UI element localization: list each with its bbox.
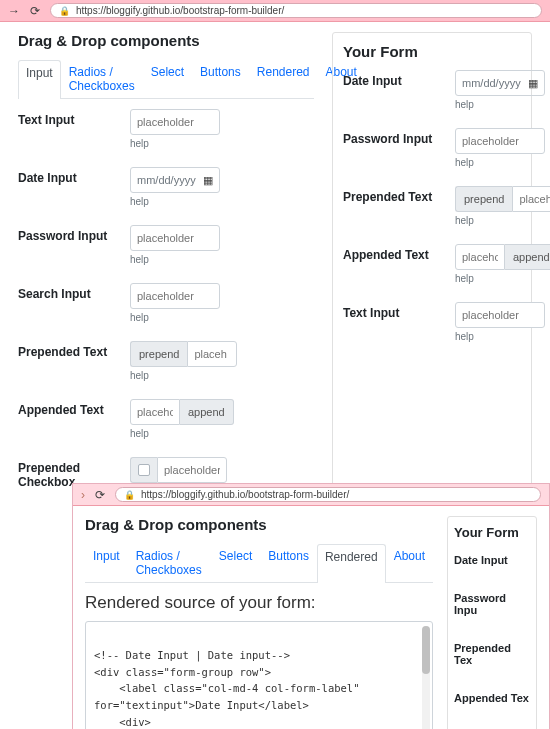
field-control: help <box>130 225 314 265</box>
inner-page: Drag & Drop components InputRadios / Che… <box>73 506 549 729</box>
field-control: appendhelp <box>130 399 314 439</box>
tab-rendered[interactable]: Rendered <box>317 544 386 583</box>
field-label: Appended Text <box>18 399 130 417</box>
addon-append: append <box>505 244 550 270</box>
scrollbar-thumb[interactable] <box>422 626 430 674</box>
outer-right-column: Your Form Date Inputmm/dd/yyyy▦helpPassw… <box>332 32 532 507</box>
text-input[interactable] <box>455 302 545 328</box>
tab-input[interactable]: Input <box>18 60 61 99</box>
inner-url-box[interactable]: 🔒 https://bloggify.github.io/bootstrap-f… <box>115 487 541 502</box>
forward-icon[interactable]: › <box>81 489 85 501</box>
field-label: Prepended Text <box>18 341 130 359</box>
inner-tabs: InputRadios / CheckboxesSelectButtonsRen… <box>85 543 433 583</box>
tab-radios-checkboxes[interactable]: Radios / Checkboxes <box>128 543 211 582</box>
field-row: Date Inputmm/dd/yyyy▦help <box>18 167 314 207</box>
field-row: Appended Textappendhelp <box>18 399 314 439</box>
checkbox-icon <box>138 464 150 476</box>
field-control: mm/dd/yyyy▦help <box>455 70 521 110</box>
outer-left-column: Drag & Drop components InputRadios / Che… <box>18 32 314 507</box>
field-label: Password Input <box>343 128 455 146</box>
inner-left-heading: Drag & Drop components <box>85 516 433 533</box>
help-text: help <box>455 157 521 168</box>
field-row: Appended Tex <box>454 688 530 704</box>
tab-rendered[interactable]: Rendered <box>249 59 318 98</box>
help-text: help <box>455 99 521 110</box>
text-input[interactable] <box>130 283 220 309</box>
inner-url-text: https://bloggify.github.io/bootstrap-for… <box>141 489 349 500</box>
field-row: Date Inputmm/dd/yyyy▦help <box>343 70 521 110</box>
field-control: prependhelp <box>130 341 314 381</box>
outer-page: Drag & Drop components InputRadios / Che… <box>0 22 550 507</box>
code-area[interactable]: <!-- Date Input | Date input--> <div cla… <box>85 621 433 729</box>
tab-about[interactable]: About <box>386 543 433 582</box>
field-label: Date Input <box>343 70 455 88</box>
date-input[interactable]: mm/dd/yyyy▦ <box>455 70 545 96</box>
field-control: appendhelp <box>455 244 521 284</box>
help-text: help <box>130 196 314 207</box>
text-input[interactable] <box>157 457 227 483</box>
addon-prepend: prepend <box>455 186 512 212</box>
field-row: Password Inpu <box>454 588 530 616</box>
field-control: help <box>130 283 314 323</box>
calendar-icon: ▦ <box>203 174 213 187</box>
field-label: Prepended Tex <box>454 638 530 666</box>
field-row: Search Inputhelp <box>18 283 314 323</box>
forward-icon[interactable]: → <box>8 5 20 17</box>
text-input[interactable] <box>512 186 550 212</box>
tab-radios-checkboxes[interactable]: Radios / Checkboxes <box>61 59 143 98</box>
tab-select[interactable]: Select <box>143 59 192 98</box>
field-row: Date Input <box>454 550 530 566</box>
text-input[interactable] <box>455 244 505 270</box>
date-input[interactable]: mm/dd/yyyy▦ <box>130 167 220 193</box>
field-control <box>130 457 314 483</box>
rendered-heading: Rendered source of your form: <box>85 593 433 613</box>
field-row: Text Inputhelp <box>343 302 521 342</box>
field-row: Password Inputhelp <box>18 225 314 265</box>
lock-icon: 🔒 <box>124 490 135 500</box>
text-input[interactable] <box>130 399 180 425</box>
field-label: Text Input <box>343 302 455 320</box>
tab-select[interactable]: Select <box>211 543 260 582</box>
field-label: Prepended Text <box>343 186 455 204</box>
field-label: Date Input <box>18 167 130 185</box>
help-text: help <box>130 138 314 149</box>
field-row: Prepended Tex <box>454 638 530 666</box>
inner-right-column: Your Form Date InputPassword InpuPrepend… <box>447 516 537 729</box>
help-text: help <box>130 370 314 381</box>
calendar-icon: ▦ <box>528 77 538 90</box>
field-label: Appended Text <box>343 244 455 262</box>
reload-icon[interactable]: ⟳ <box>95 489 105 501</box>
reload-icon[interactable]: ⟳ <box>30 5 40 17</box>
outer-url-box[interactable]: 🔒 https://bloggify.github.io/bootstrap-f… <box>50 3 542 18</box>
field-row: Prepended Textprependhelp <box>343 186 521 226</box>
tab-buttons[interactable]: Buttons <box>192 59 249 98</box>
field-row: Appended Textappendhelp <box>343 244 521 284</box>
tab-buttons[interactable]: Buttons <box>260 543 317 582</box>
addon-append: append <box>180 399 234 425</box>
field-label: Appended Tex <box>454 688 530 704</box>
inner-window: › ⟳ 🔒 https://bloggify.github.io/bootstr… <box>72 483 550 729</box>
field-label: Date Input <box>454 550 530 566</box>
field-control: prependhelp <box>455 186 521 226</box>
tab-input[interactable]: Input <box>85 543 128 582</box>
text-input[interactable] <box>187 341 237 367</box>
text-input[interactable] <box>130 225 220 251</box>
outer-tabs: InputRadios / CheckboxesSelectButtonsRen… <box>18 59 314 99</box>
field-label: Password Inpu <box>454 588 530 616</box>
inner-browser-bar: › ⟳ 🔒 https://bloggify.github.io/bootstr… <box>73 484 549 506</box>
addon-prepend: prepend <box>130 341 187 367</box>
field-control: help <box>455 302 521 342</box>
text-input[interactable] <box>455 128 545 154</box>
text-input[interactable] <box>130 109 220 135</box>
inner-right-heading: Your Form <box>454 525 530 540</box>
outer-left-heading: Drag & Drop components <box>18 32 314 49</box>
outer-right-fields: Date Inputmm/dd/yyyy▦helpPassword Inputh… <box>343 70 521 342</box>
field-label: Password Input <box>18 225 130 243</box>
inner-left-column: Drag & Drop components InputRadios / Che… <box>85 516 433 729</box>
field-control: mm/dd/yyyy▦help <box>130 167 314 207</box>
help-text: help <box>455 331 521 342</box>
addon-checkbox[interactable] <box>130 457 157 483</box>
help-text: help <box>455 215 521 226</box>
inner-right-fields: Date InputPassword InpuPrepended TexAppe… <box>454 550 530 729</box>
field-row: Password Inputhelp <box>343 128 521 168</box>
